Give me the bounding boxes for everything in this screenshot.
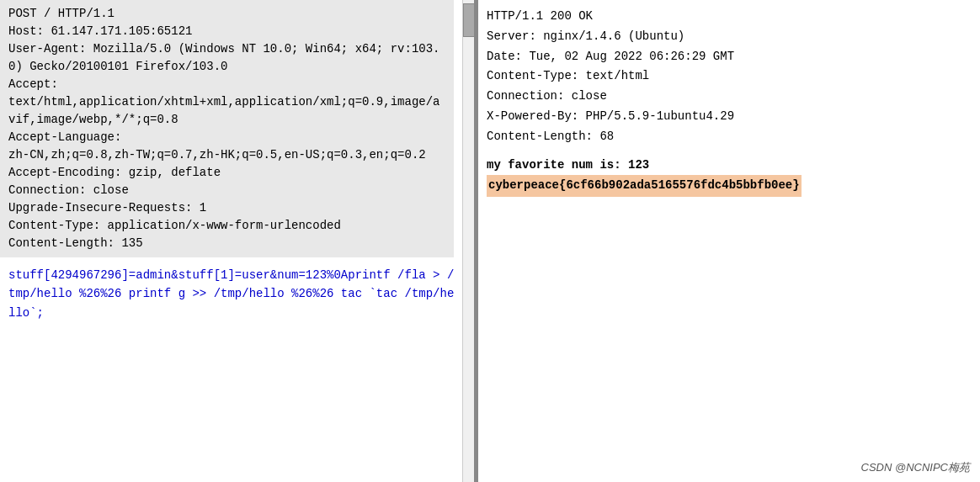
response-headers: HTTP/1.1 200 OK Server: nginx/1.4.6 (Ubu… [487, 7, 972, 147]
main-container: POST / HTTP/1.1 Host: 61.147.171.105:651… [0, 0, 980, 482]
left-content: POST / HTTP/1.1 Host: 61.147.171.105:651… [0, 0, 474, 329]
header-line-4: Accept: [8, 76, 445, 93]
response-line-7: Content-Length: 68 [487, 127, 972, 147]
left-panel: POST / HTTP/1.1 Host: 61.147.171.105:651… [0, 0, 476, 482]
header-line-9: Connection: close [8, 182, 445, 199]
header-line-6: Accept-Language: [8, 129, 445, 146]
fav-num-label: my favorite num is: 123 [487, 156, 972, 176]
header-line-10: Upgrade-Insecure-Requests: 1 [8, 199, 445, 217]
right-panel: HTTP/1.1 200 OK Server: nginx/1.4.6 (Ubu… [478, 0, 980, 482]
scrollbar[interactable] [462, 0, 474, 482]
response-line-2: Server: nginx/1.4.6 (Ubuntu) [487, 27, 972, 47]
response-line-5: Connection: close [487, 87, 972, 107]
flag-value: cyberpeace{6cf66b902ada5165576fdc4b5bbfb… [487, 175, 802, 197]
response-line-3: Date: Tue, 02 Aug 2022 06:26:29 GMT [487, 47, 972, 67]
header-line-8: Accept-Encoding: gzip, deflate [8, 164, 445, 182]
request-headers: POST / HTTP/1.1 Host: 61.147.171.105:651… [0, 0, 454, 257]
response-line-1: HTTP/1.1 200 OK [487, 7, 972, 27]
header-line-11: Content-Type: application/x-www-form-url… [8, 217, 445, 235]
watermark: CSDN @NCNIPC梅苑 [861, 460, 970, 475]
header-line-7: zh-CN,zh;q=0.8,zh-TW;q=0.7,zh-HK;q=0.5,e… [8, 146, 445, 164]
request-body: stuff[4294967296]=admin&stuff[1]=user&nu… [8, 266, 457, 322]
header-line-1: POST / HTTP/1.1 [8, 5, 445, 23]
header-line-3: User-Agent: Mozilla/5.0 (Windows NT 10.0… [8, 40, 445, 76]
scrollbar-thumb[interactable] [463, 3, 475, 37]
response-line-6: X-Powered-By: PHP/5.5.9-1ubuntu4.29 [487, 107, 972, 127]
response-line-4: Content-Type: text/html [487, 66, 972, 87]
header-line-2: Host: 61.147.171.105:65121 [8, 23, 445, 40]
header-line-12: Content-Length: 135 [8, 235, 445, 252]
response-body: my favorite num is: 123 cyberpeace{6cf66… [487, 156, 972, 198]
header-line-5: text/html,application/xhtml+xml,applicat… [8, 93, 445, 129]
